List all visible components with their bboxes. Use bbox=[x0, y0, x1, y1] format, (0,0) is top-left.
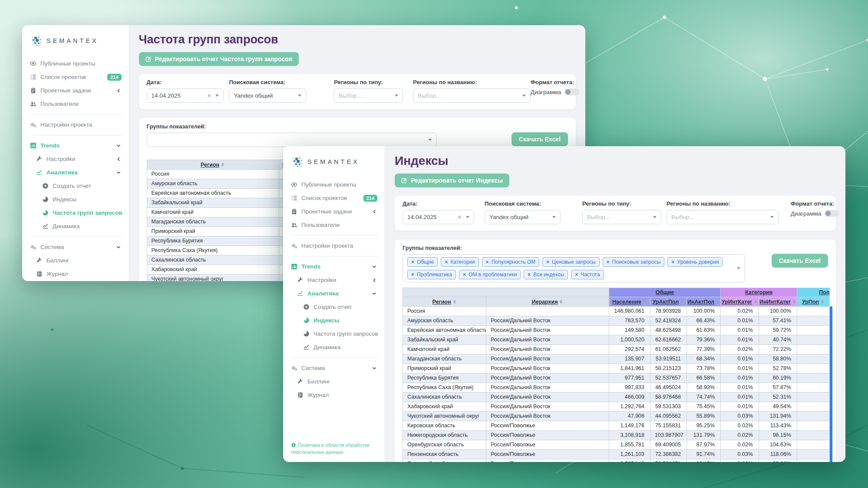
brand[interactable]: SEMANTEX bbox=[292, 156, 378, 167]
table-cell: 466,009 bbox=[609, 393, 650, 402]
column-header-3[interactable]: УрАктПол bbox=[650, 297, 687, 307]
filter-chip[interactable]: ×Ценовые запросы bbox=[542, 257, 600, 267]
sidebar-item-10[interactable]: Частота групп запросов bbox=[30, 206, 122, 219]
sidebar-item-4[interactable]: Настройки проекта bbox=[291, 239, 378, 252]
region-name-select[interactable]: Выбор... bbox=[413, 88, 531, 103]
region-type-select[interactable]: Выбор... bbox=[334, 88, 403, 103]
date-input[interactable]: 14.04.2025 × bbox=[403, 210, 474, 224]
chip-remove-icon[interactable]: × bbox=[486, 259, 489, 265]
chip-remove-icon[interactable]: × bbox=[411, 259, 414, 265]
sidebar-item-12[interactable]: Система bbox=[30, 240, 122, 254]
sidebar-item-9[interactable]: Индексы bbox=[291, 314, 378, 327]
sidebar-item-9[interactable]: Индексы bbox=[30, 193, 122, 206]
format-toggle[interactable] bbox=[825, 210, 839, 217]
sidebar-item-1[interactable]: Список проектов214 bbox=[291, 191, 378, 205]
clear-icon[interactable]: × bbox=[206, 92, 212, 99]
table-cell: 47,906 bbox=[609, 412, 650, 421]
filter-chip[interactable]: ×Общие bbox=[407, 257, 438, 267]
sidebar-item-3[interactable]: Пользователи bbox=[30, 97, 122, 111]
chip-remove-icon[interactable]: × bbox=[445, 259, 448, 265]
edit-report-button[interactable]: Редактировать отчет Частота групп запрос… bbox=[139, 52, 299, 66]
sidebar-item-13[interactable]: Биллинг bbox=[30, 254, 122, 267]
chip-remove-icon[interactable]: × bbox=[546, 259, 549, 265]
column-group-0[interactable]: Общие bbox=[609, 288, 721, 297]
filter-chip[interactable]: ×ОМ в проблематики bbox=[459, 270, 521, 279]
region-name-select[interactable]: Выбор... bbox=[667, 210, 779, 224]
filter-chip[interactable]: ×Категория bbox=[441, 257, 479, 267]
sidebar-item-12[interactable]: Система bbox=[291, 361, 378, 375]
sidebar-item-7[interactable]: Аналитика bbox=[30, 166, 122, 179]
sidebar-item-10[interactable]: Частота групп запросов bbox=[291, 327, 378, 341]
sidebar-item-5[interactable]: Trends bbox=[30, 139, 122, 152]
sidebar-item-label: Аналитика bbox=[46, 169, 77, 176]
sidebar-item-4[interactable]: Настройки проекта bbox=[30, 118, 122, 131]
chevron-down-icon bbox=[372, 265, 376, 269]
sidebar-item-11[interactable]: Динамика bbox=[291, 341, 378, 354]
sidebar-item-0[interactable]: Публичные проекты bbox=[30, 57, 122, 70]
sidebar-item-8[interactable]: Создать отчет bbox=[30, 179, 122, 193]
column-header-5[interactable]: УрИнтКатег bbox=[721, 297, 759, 307]
brand[interactable]: SEMANTEX bbox=[31, 35, 122, 46]
column-header-0[interactable]: Регион bbox=[403, 297, 486, 307]
sidebar-item-2[interactable]: Проектные задачи bbox=[30, 84, 122, 97]
engine-select[interactable]: Yandex общий bbox=[485, 210, 561, 224]
chip-remove-icon[interactable]: × bbox=[575, 272, 578, 277]
chip-label: Категория bbox=[451, 259, 475, 265]
table-cell: 1,261,103 bbox=[609, 450, 650, 459]
column-header-2[interactable]: Население bbox=[609, 297, 650, 307]
clear-icon[interactable]: × bbox=[457, 214, 462, 221]
filter-chip[interactable]: ×Все индексы bbox=[524, 270, 568, 279]
download-excel-button[interactable]: Скачать Excel bbox=[772, 254, 828, 268]
filter-chip[interactable]: ×Проблематика bbox=[407, 270, 456, 279]
sidebar-item-1[interactable]: Список проектов214 bbox=[30, 70, 122, 84]
chip-remove-icon[interactable]: × bbox=[463, 272, 466, 277]
table-cell: Россия/Дальний Восток bbox=[486, 335, 609, 345]
column-header-label: ИнИнтКатег bbox=[759, 299, 791, 305]
sidebar-item-3[interactable]: Пользователи bbox=[291, 218, 378, 232]
table-row: Чукотский автономный округРоссия/Дальний… bbox=[403, 412, 830, 421]
sidebar-item-14[interactable]: Журнал bbox=[291, 388, 378, 402]
column-header-7[interactable]: УрПоп bbox=[797, 297, 830, 307]
column-header-1[interactable]: Иерархия bbox=[486, 297, 609, 307]
table-cell: 73.78% bbox=[687, 364, 721, 373]
chip-remove-icon[interactable]: × bbox=[411, 272, 414, 277]
filter-chip[interactable]: ×Популярность ОМ bbox=[482, 257, 539, 267]
table-cell: Камчатский край bbox=[403, 345, 486, 354]
sidebar-item-2[interactable]: Проектные задачи bbox=[291, 205, 378, 218]
privacy-policy-link[interactable]: Политика в области обработки персональны… bbox=[291, 442, 380, 456]
table-scrollbar[interactable] bbox=[830, 306, 832, 462]
groups-multiselect[interactable] bbox=[147, 133, 436, 147]
download-excel-button[interactable]: Скачать Excel bbox=[512, 132, 568, 146]
sidebar-item-8[interactable]: Создать отчет bbox=[291, 300, 378, 314]
sidebar-item-13[interactable]: Биллинг bbox=[291, 375, 378, 388]
filter-chip[interactable]: ×Поисковые запросы bbox=[603, 257, 665, 267]
chip-remove-icon[interactable]: × bbox=[671, 259, 674, 265]
groups-label: Группы показателей: bbox=[403, 245, 745, 251]
engine-select[interactable]: Yandex общий bbox=[229, 88, 306, 103]
edit-report-button[interactable]: Редактировать отчет Индексы bbox=[395, 174, 509, 187]
format-toggle[interactable] bbox=[564, 88, 579, 95]
column-group-2[interactable]: Популярность ОМ bbox=[797, 288, 830, 297]
gears-icon bbox=[30, 121, 36, 128]
sort-icon bbox=[754, 300, 758, 304]
region-type-select[interactable]: Выбор... bbox=[582, 210, 661, 224]
sidebar-item-6[interactable]: Настройки bbox=[30, 152, 122, 166]
filter-chip[interactable]: ×Частота bbox=[571, 270, 604, 279]
sidebar-item-7[interactable]: Аналитика bbox=[291, 287, 378, 300]
sidebar-item-14[interactable]: Журнал bbox=[30, 267, 122, 281]
filter-chip[interactable]: ×Уровень доверия bbox=[667, 257, 723, 267]
column-header-6[interactable]: ИнИнтКатег bbox=[759, 297, 797, 307]
column-header-4[interactable]: ИнАктПол bbox=[687, 297, 721, 307]
sidebar-item-5[interactable]: Trends bbox=[291, 260, 378, 273]
column-group-1[interactable]: Категория bbox=[721, 288, 797, 297]
date-input[interactable]: 14.04.2025 × bbox=[147, 88, 224, 103]
table-cell bbox=[797, 383, 830, 393]
table-cell: 0.02% bbox=[721, 421, 759, 431]
column-header-0[interactable]: Регион bbox=[147, 160, 279, 170]
chip-remove-icon[interactable]: × bbox=[528, 272, 531, 277]
groups-multiselect[interactable]: ×Общие×Категория×Популярность ОМ×Ценовые… bbox=[403, 254, 745, 282]
chip-remove-icon[interactable]: × bbox=[607, 259, 610, 265]
sidebar-item-6[interactable]: Настройки bbox=[291, 273, 378, 287]
sidebar-item-0[interactable]: Публичные проекты bbox=[291, 178, 378, 191]
sidebar-item-11[interactable]: Динамика bbox=[30, 219, 122, 233]
